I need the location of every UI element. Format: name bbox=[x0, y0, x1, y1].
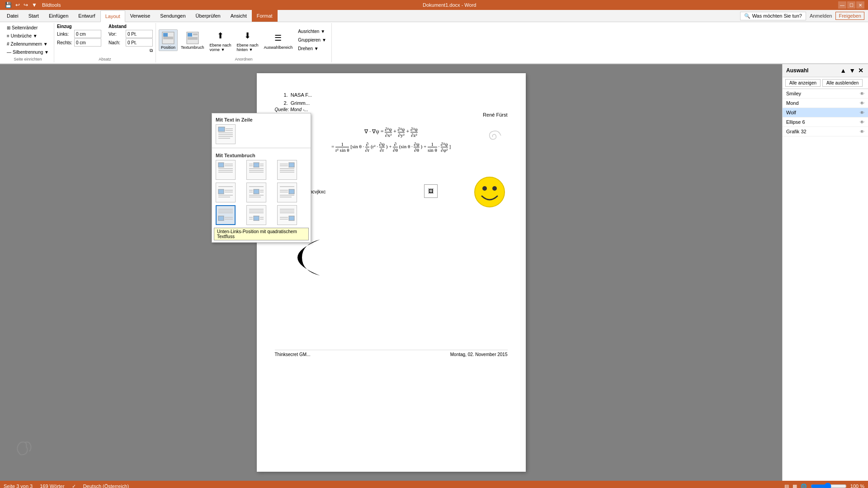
list-item-2: 2. Grimm... bbox=[284, 99, 508, 108]
document-area: Mit Text in Zeile bbox=[0, 64, 782, 481]
bildtools-label: Bildtools bbox=[42, 2, 61, 8]
title-bar: 💾 ↩ ↪ ▼ Bildtools Dokument1.docx - Word … bbox=[0, 0, 868, 10]
eye-icon-smiley[interactable]: 👁 bbox=[860, 91, 864, 96]
position-button[interactable]: Position bbox=[159, 29, 178, 51]
show-all-button[interactable]: Alle anzeigen bbox=[785, 79, 821, 87]
zoom-level: 100 % bbox=[850, 483, 864, 488]
hide-all-button[interactable]: Alle ausblenden bbox=[822, 79, 863, 87]
view-web-icon[interactable]: 🌐 bbox=[801, 483, 807, 488]
tab-ansicht[interactable]: Ansicht bbox=[226, 10, 252, 22]
redo-button[interactable]: ↪ bbox=[22, 1, 29, 9]
seitenraender-button[interactable]: ⊞ Seitenränder bbox=[5, 24, 40, 32]
minimize-button[interactable]: — bbox=[838, 1, 846, 9]
image-placeholder: 🖼 bbox=[424, 184, 438, 198]
window-title: Dokument1.docx - Word bbox=[61, 2, 838, 8]
position-popup: Mit Text in Zeile bbox=[212, 113, 311, 243]
abstand-vor-input[interactable] bbox=[126, 30, 153, 38]
doc-list: 1. NASA F... 2. Grimm... bbox=[275, 91, 508, 107]
svg-point-81 bbox=[492, 186, 497, 191]
panel-item-mond[interactable]: Mond 👁 bbox=[783, 99, 868, 108]
abstand-nach-input[interactable] bbox=[126, 38, 153, 47]
undo-button[interactable]: ↩ bbox=[14, 1, 21, 9]
position-mid-left-item[interactable] bbox=[216, 183, 236, 202]
ebene-hinten-button[interactable]: ⬇ Ebene nachhinten ▼ bbox=[235, 27, 261, 53]
gruppieren-button[interactable]: Gruppieren ▼ bbox=[296, 36, 329, 44]
maximize-button[interactable]: ☐ bbox=[847, 1, 855, 9]
ribbon-tab-bar: Datei Start Einfügen Entwurf Layout Verw… bbox=[0, 10, 278, 22]
svg-rect-68 bbox=[254, 216, 259, 221]
panel-item-smiley[interactable]: Smiley 👁 bbox=[783, 89, 868, 99]
tab-start[interactable]: Start bbox=[24, 10, 44, 22]
search-icon: 🔍 bbox=[744, 13, 750, 19]
zeilennummern-button[interactable]: # Zeilennummern ▼ bbox=[5, 40, 50, 48]
drehen-button[interactable]: Drehen ▼ bbox=[296, 45, 329, 52]
decorative-logo bbox=[14, 439, 36, 463]
eye-icon-mond[interactable]: 👁 bbox=[860, 101, 864, 106]
panel-scroll-down-button[interactable]: ▼ bbox=[848, 67, 856, 74]
position-inline-item[interactable] bbox=[216, 124, 236, 144]
position-top-right-item[interactable] bbox=[277, 160, 297, 180]
position-bot-center-item[interactable] bbox=[246, 205, 266, 225]
position-bot-left-item[interactable] bbox=[216, 205, 236, 225]
textumbruch-button[interactable]: Textumbruch bbox=[179, 29, 207, 51]
smiley-face bbox=[474, 176, 505, 209]
save-button[interactable]: 💾 bbox=[4, 1, 13, 9]
svg-rect-1 bbox=[163, 33, 168, 37]
zeilennummern-icon: # bbox=[7, 42, 9, 47]
spell-icon: ✓ bbox=[72, 483, 76, 488]
panel-title-label: Auswahl bbox=[786, 67, 808, 74]
panel-close-button[interactable]: ✕ bbox=[857, 67, 864, 74]
panel-item-grafik[interactable]: Grafik 32 👁 bbox=[783, 127, 868, 136]
ellipse-label: Ellipse 6 bbox=[786, 119, 805, 125]
qat-dropdown-button[interactable]: ▼ bbox=[30, 1, 38, 9]
tab-format[interactable]: Format bbox=[252, 10, 278, 22]
close-button[interactable]: ✕ bbox=[856, 1, 864, 9]
selection-panel: Auswahl ▲ ▼ ✕ Alle anzeigen Alle ausblen… bbox=[782, 64, 868, 481]
view-normal-icon[interactable]: ▤ bbox=[784, 483, 789, 488]
panel-item-ellipse[interactable]: Ellipse 6 👁 bbox=[783, 117, 868, 127]
tab-entwurf[interactable]: Entwurf bbox=[73, 10, 100, 22]
anmelden-button[interactable]: Anmelden bbox=[810, 13, 832, 19]
eye-icon-wolf[interactable]: 👁 bbox=[860, 110, 864, 115]
position-bot-right-item[interactable] bbox=[277, 205, 297, 225]
panel-title-bar: Auswahl ▲ ▼ ✕ bbox=[783, 64, 868, 77]
search-bar-inline[interactable]: 🔍 Was möchten Sie tun? bbox=[740, 12, 806, 20]
tab-datei[interactable]: Datei bbox=[2, 10, 24, 22]
tab-verweise[interactable]: Verweise bbox=[125, 10, 156, 22]
eye-icon-ellipse[interactable]: 👁 bbox=[860, 120, 864, 125]
ausrichten-button[interactable]: Ausrichten ▼ bbox=[296, 28, 329, 35]
eye-icon-grafik[interactable]: 👁 bbox=[860, 129, 864, 134]
svg-rect-33 bbox=[289, 163, 294, 167]
tab-sendungen[interactable]: Sendungen bbox=[155, 10, 190, 22]
position-top-center-item[interactable] bbox=[246, 160, 266, 180]
position-top-left-item[interactable] bbox=[216, 160, 236, 180]
auswahlbereich-button[interactable]: ☰ Auswahlbereich bbox=[262, 29, 295, 51]
ribbon-group-seite: ⊞ Seitenränder ≡ Umbrüche ▼ # Zeilennumm… bbox=[2, 23, 54, 62]
tab-ueberpruefen[interactable]: Überprüfen bbox=[191, 10, 226, 22]
panel-item-wolf[interactable]: Wolf 👁 bbox=[783, 108, 868, 117]
ebene-vorne-icon: ⬆ bbox=[213, 28, 228, 43]
panel-action-bar: Alle anzeigen Alle ausblenden bbox=[783, 77, 868, 89]
page-info: Seite 3 von 3 bbox=[4, 483, 33, 488]
svg-rect-54 bbox=[289, 189, 294, 194]
einzug-rechts-input[interactable] bbox=[74, 38, 101, 47]
einzug-links-input[interactable] bbox=[74, 30, 101, 38]
zoom-slider[interactable] bbox=[811, 483, 847, 488]
svg-point-80 bbox=[482, 186, 487, 191]
absatz-expand-button[interactable]: ⧉ bbox=[150, 48, 153, 53]
view-layout-icon[interactable]: ▦ bbox=[793, 483, 797, 488]
textumbruch-icon bbox=[185, 31, 200, 45]
svg-rect-46 bbox=[254, 189, 259, 194]
panel-scroll-up-button[interactable]: ▲ bbox=[839, 67, 847, 74]
tab-einfuegen[interactable]: Einfügen bbox=[44, 10, 73, 22]
freigeben-button[interactable]: Freigeben bbox=[835, 12, 864, 20]
position-mid-center-item[interactable] bbox=[246, 183, 266, 202]
search-label: Was möchten Sie tun? bbox=[752, 13, 802, 19]
position-icon bbox=[161, 31, 175, 45]
wolf-spiral-icon bbox=[485, 127, 503, 146]
position-mid-right-item[interactable] bbox=[277, 183, 297, 202]
umbrueche-button[interactable]: ≡ Umbrüche ▼ bbox=[5, 32, 40, 40]
tab-layout[interactable]: Layout bbox=[100, 10, 125, 22]
silbentrennung-button[interactable]: — Silbentrennung ▼ bbox=[5, 48, 51, 56]
ebene-vorne-button[interactable]: ⬆ Ebene nachvorne ▼ bbox=[208, 27, 234, 53]
